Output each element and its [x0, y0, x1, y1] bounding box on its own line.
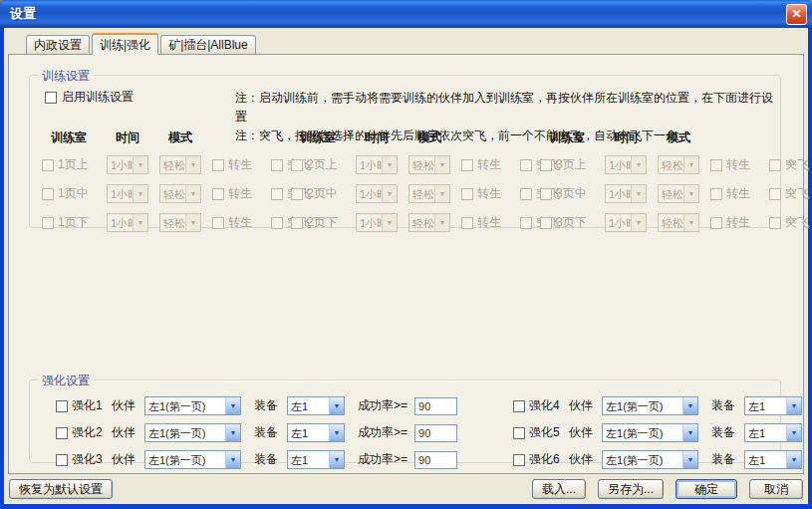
- tufei-label: 突飞: [785, 156, 809, 173]
- window-title: 设置: [10, 5, 36, 23]
- equip-label: 装备: [711, 451, 735, 468]
- partner-label: 伙伴: [569, 424, 593, 441]
- close-button[interactable]: ✕: [786, 4, 807, 25]
- chevron-down-icon: ▼: [434, 185, 449, 202]
- mode-select: 轻松▼: [159, 155, 201, 174]
- room-label: 1页中: [58, 185, 89, 202]
- equip-select[interactable]: 左1▼: [287, 423, 345, 442]
- training-row: 3页中 1小时▼ 轻松▼ 转生 突飞: [540, 184, 789, 203]
- chevron-down-icon: ▼: [225, 397, 240, 414]
- partner-select[interactable]: 左1(第一页)▼: [144, 450, 241, 469]
- partner-select[interactable]: 左1(第一页)▼: [602, 423, 698, 442]
- enhance-checkbox[interactable]: [56, 427, 68, 439]
- chevron-down-icon: ▼: [133, 185, 147, 202]
- enhance-column-right: 强化4 伙伴 左1(第一页)▼ 装备 左1▼ 成功率>= 强化5 伙伴: [513, 396, 812, 469]
- enable-training-row: 启用训练设置: [45, 89, 134, 106]
- rebirth-label: 转生: [726, 214, 750, 231]
- chevron-down-icon: ▼: [434, 214, 449, 231]
- enhance-checkbox[interactable]: [513, 454, 525, 466]
- training-column-1: 训练室 时间 模式 1页上 1小时▼ 轻松▼ 转生 突飞: [42, 129, 291, 242]
- success-rate-input[interactable]: [414, 424, 457, 442]
- equip-select[interactable]: 左1▼: [744, 450, 802, 469]
- training-row: 2页上 1小时▼ 轻松▼ 转生 突飞: [291, 155, 540, 174]
- tab-internal-affairs[interactable]: 内政设置: [26, 35, 90, 54]
- mode-select: 轻松▼: [658, 155, 699, 174]
- rebirth-checkbox: [461, 217, 473, 229]
- enhance-row: 强化1 伙伴 左1(第一页)▼ 装备 左1▼ 成功率>=: [56, 396, 457, 415]
- chevron-down-icon: ▼: [683, 156, 698, 173]
- header-room: 训练室: [42, 129, 96, 146]
- ok-button[interactable]: 确定: [676, 479, 737, 499]
- header-mode: 模式: [159, 129, 201, 146]
- tufei-label: 突飞: [785, 185, 809, 202]
- save-as-button[interactable]: 另存为...: [598, 479, 664, 499]
- enhance-label: 强化1: [72, 397, 112, 414]
- room-label: 1页上: [58, 156, 89, 173]
- time-select: 1小时▼: [356, 213, 398, 232]
- partner-select[interactable]: 左1(第一页)▼: [602, 396, 698, 415]
- header-room: 训练室: [291, 129, 345, 146]
- time-select: 1小时▼: [356, 184, 398, 203]
- chevron-down-icon: ▼: [683, 214, 698, 231]
- training-note-1: 注：启动训练前，需手动将需要训练的伙伴加入到训练室，再按伙伴所在训练室的位置，在…: [235, 89, 780, 127]
- training-column-header: 训练室 时间 模式: [540, 129, 789, 146]
- time-select: 1小时▼: [356, 155, 398, 174]
- room-checkbox: [540, 217, 552, 229]
- load-button[interactable]: 载入...: [532, 479, 586, 499]
- time-select: 1小时▼: [605, 155, 647, 174]
- time-select: 1小时▼: [107, 213, 148, 232]
- rebirth-label: 转生: [726, 185, 750, 202]
- time-select: 1小时▼: [605, 184, 647, 203]
- training-row: 3页下 1小时▼ 轻松▼ 转生 突飞: [540, 213, 789, 232]
- training-group-title: 训练设置: [38, 68, 94, 85]
- training-row: 3页上 1小时▼ 轻松▼ 转生 突飞: [540, 155, 789, 174]
- equip-select[interactable]: 左1▼: [287, 396, 345, 415]
- enhance-row: 强化2 伙伴 左1(第一页)▼ 装备 左1▼ 成功率>=: [56, 423, 457, 442]
- room-checkbox: [540, 159, 552, 171]
- tufei-checkbox: [271, 188, 283, 200]
- restore-defaults-button[interactable]: 恢复为默认设置: [9, 479, 113, 499]
- mode-select: 轻松▼: [408, 155, 450, 174]
- enhance-row: 强化4 伙伴 左1(第一页)▼ 装备 左1▼ 成功率>=: [513, 396, 812, 415]
- equip-label: 装备: [254, 451, 278, 468]
- partner-select[interactable]: 左1(第一页)▼: [144, 423, 241, 442]
- tufei-checkbox: [769, 159, 781, 171]
- tufei-checkbox: [271, 217, 283, 229]
- tab-mine-arena-allblue[interactable]: 矿|擂台|AllBlue: [160, 35, 256, 54]
- equip-select[interactable]: 左1▼: [744, 423, 802, 442]
- enhance-checkbox[interactable]: [56, 454, 68, 466]
- success-rate-input[interactable]: [414, 397, 457, 415]
- enhance-checkbox[interactable]: [513, 400, 525, 412]
- footer-button-group: 载入... 另存为... 确定 取消: [532, 479, 803, 499]
- training-row: 1页中 1小时▼ 轻松▼ 转生 突飞: [42, 184, 291, 203]
- enhance-checkbox[interactable]: [56, 400, 68, 412]
- tab-label: 内政设置: [34, 37, 82, 54]
- title-bar[interactable]: 设置 ✕: [0, 0, 812, 28]
- chevron-down-icon: ▼: [683, 185, 698, 202]
- header-mode: 模式: [408, 129, 450, 146]
- tufei-checkbox: [769, 188, 781, 200]
- equip-select[interactable]: 左1▼: [744, 396, 802, 415]
- partner-label: 伙伴: [112, 424, 135, 441]
- partner-label: 伙伴: [112, 451, 135, 468]
- room-label: 3页中: [556, 185, 587, 202]
- tab-training-enhance[interactable]: 训练|强化: [92, 33, 158, 55]
- partner-select[interactable]: 左1(第一页)▼: [602, 450, 698, 469]
- chevron-down-icon: ▼: [631, 156, 646, 173]
- success-rate-input[interactable]: [414, 451, 457, 469]
- enhance-checkbox[interactable]: [513, 427, 525, 439]
- training-column-3: 训练室 时间 模式 3页上 1小时▼ 轻松▼ 转生 突飞: [540, 129, 789, 242]
- cancel-button[interactable]: 取消: [749, 479, 803, 499]
- partner-select[interactable]: 左1(第一页)▼: [144, 396, 241, 415]
- enable-training-label: 启用训练设置: [62, 89, 134, 106]
- enable-training-checkbox[interactable]: [45, 92, 57, 104]
- header-time: 时间: [107, 129, 148, 146]
- equip-select[interactable]: 左1▼: [287, 450, 345, 469]
- rebirth-checkbox: [710, 188, 722, 200]
- training-row: 2页下 1小时▼ 轻松▼ 转生 突飞: [291, 213, 540, 232]
- equip-label: 装备: [711, 397, 735, 414]
- mode-select: 轻松▼: [159, 213, 201, 232]
- partner-label: 伙伴: [569, 451, 593, 468]
- tufei-checkbox: [520, 188, 532, 200]
- mode-select: 轻松▼: [408, 184, 450, 203]
